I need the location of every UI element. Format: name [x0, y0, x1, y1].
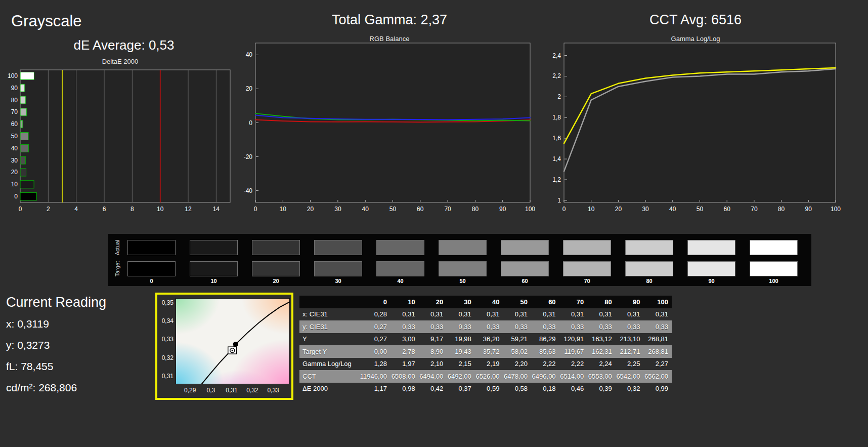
swatch-actual-20: [252, 240, 300, 255]
table-cell: 0,31: [643, 308, 672, 321]
table-cell: 0,98: [390, 383, 419, 395]
table-row: CCT11946,006508,006494,006492,006526,006…: [299, 370, 672, 383]
reading-fl: fL: 78,455: [6, 356, 106, 377]
x-tick-label: 12: [185, 206, 192, 213]
x-tick-label: 90: [805, 206, 812, 213]
x-tick-label: 0: [254, 206, 257, 213]
deltae-bar-70: [20, 108, 27, 116]
table-cell: 0,42: [419, 383, 447, 395]
y-tick-label: -20: [244, 153, 253, 160]
table-cell: 2,20: [503, 358, 531, 371]
table-cell: 0,28: [359, 308, 390, 321]
table-cell: 0,33: [587, 320, 616, 333]
table-cell: 0,31: [447, 308, 475, 321]
x-tick-label: 30: [642, 206, 649, 213]
table-cell: 0,31: [616, 308, 644, 321]
table-cell: 6514,00: [559, 370, 588, 383]
table-cell: 2,10: [419, 358, 447, 371]
table-cell: 0,33: [419, 320, 447, 333]
swatch-actual-80: [625, 240, 673, 255]
table-cell: 0,31: [559, 308, 588, 321]
y-tick-label: 1,6: [552, 135, 561, 142]
y-tick-label: 70: [11, 108, 18, 115]
swatch-target-60: [501, 261, 549, 276]
y-tick-label: 80: [11, 97, 18, 104]
table-row-label: Y: [299, 333, 359, 346]
table-col-30: 30: [447, 296, 475, 308]
swatch-actual-10: [190, 240, 238, 255]
swatch-actual-0: [127, 240, 176, 255]
x-tick-label: 6: [103, 206, 106, 213]
table-cell: 0,46: [559, 383, 588, 395]
deltae-bar-90: [20, 84, 25, 92]
x-tick-label: 60: [724, 206, 731, 213]
cie-x-tick-label: 0,29: [180, 387, 200, 394]
table-col-90: 90: [616, 296, 644, 308]
reading-point: [233, 342, 238, 347]
table-cell: 6496,00: [531, 370, 559, 383]
y-tick-label: 20: [11, 169, 18, 176]
y-tick-label: 1,4: [552, 155, 561, 162]
table-cell: 1,17: [359, 383, 390, 395]
swatch-actual-30: [314, 240, 362, 255]
table-cell: 119,67: [559, 345, 588, 358]
swatch-actual-60: [501, 240, 549, 255]
table-cell: 8,90: [419, 345, 447, 358]
deltae-bar-60: [20, 120, 23, 128]
table-col-80: 80: [587, 296, 616, 308]
table-cell: 0,31: [531, 308, 559, 321]
rgb_balance-plot-area: [255, 43, 530, 202]
table-cell: 6526,00: [475, 370, 503, 383]
gamma_loglog-plot-area: [564, 43, 836, 202]
cie-x-tick-label: 0,3: [201, 387, 221, 394]
table-cell: 2,22: [559, 358, 588, 371]
swatch-level-50: 50: [439, 278, 487, 284]
swatch-target-50: [439, 261, 487, 276]
table-col-20: 20: [419, 296, 447, 308]
deltae-bar-40: [20, 144, 28, 152]
table-cell: 2,78: [390, 345, 419, 358]
deltae-plot-area: [20, 70, 230, 202]
swatch-target-30: [314, 261, 362, 276]
actual-row-label: Actual: [114, 238, 120, 257]
table-cell: 58,02: [503, 345, 531, 358]
swatch-target-90: [687, 261, 735, 276]
swatch-level-80: 80: [625, 278, 673, 284]
cie-y-tick-label: 0,31: [157, 373, 173, 380]
reading-x: x: 0,3119: [6, 313, 106, 335]
table-row: Target Y0,002,788,9019,4335,7258,0285,63…: [299, 345, 672, 358]
reading-luminance: cd/m²: 268,806: [6, 377, 106, 398]
table-cell: 0,31: [419, 308, 447, 321]
y-tick-label: 1,8: [552, 114, 561, 121]
table-cell: 120,91: [559, 333, 588, 346]
table-cell: 0,99: [643, 383, 672, 395]
table-cell: 0,33: [447, 320, 475, 333]
target-row-label: Target: [114, 260, 120, 278]
swatch-level-60: 60: [501, 278, 549, 284]
y-tick-label: 20: [246, 85, 253, 92]
swatch-level-0: 0: [127, 278, 176, 284]
table-cell: 2,22: [531, 358, 559, 371]
cie-y-tick-label: 0,34: [157, 317, 173, 324]
table-row: x: CIE310,280,310,310,310,310,310,310,31…: [299, 308, 672, 321]
x-tick-label: 20: [615, 206, 622, 213]
current-reading-panel: Current Reading x: 0,3119 y: 0,3273 fL: …: [6, 295, 106, 398]
x-tick-label: 50: [697, 206, 704, 213]
table-cell: 6492,00: [447, 370, 475, 383]
swatch-target-0: [127, 261, 176, 276]
table-cell: 0,33: [475, 320, 503, 333]
swatch-level-40: 40: [376, 278, 424, 284]
page-title: Grayscale: [11, 12, 82, 30]
deltae-bar-10: [20, 181, 34, 188]
y-tick-label: 2,4: [552, 52, 561, 59]
table-cell: 2,15: [447, 358, 475, 371]
x-tick-label: 80: [472, 206, 479, 213]
target-swatch-row: [127, 261, 798, 276]
table-cell: 0,33: [643, 320, 672, 333]
x-tick-label: 20: [307, 206, 314, 213]
deltae-bar-0: [20, 193, 36, 200]
table-row-label: CCT: [299, 370, 359, 383]
cie-x-tick-label: 0,31: [222, 387, 242, 394]
swatch-actual-50: [439, 240, 487, 255]
table-header-row: 0102030405060708090100: [299, 296, 672, 308]
